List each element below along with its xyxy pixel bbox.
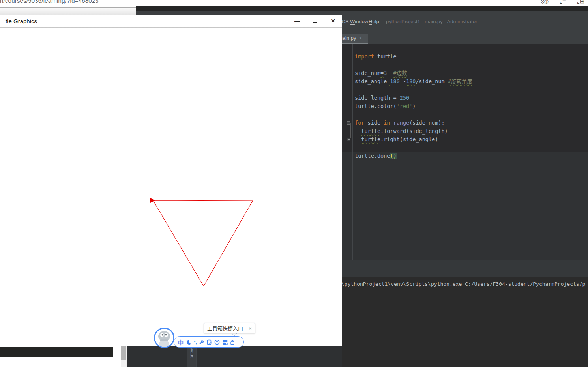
new-tab-icon[interactable]: ⌞⊞ xyxy=(577,0,585,5)
browser-scrollbar-thumb[interactable] xyxy=(121,346,126,360)
code-block[interactable]: import turtleside_num=3 #边数side_angle=18… xyxy=(355,52,472,160)
menu-window[interactable]: Window xyxy=(350,19,368,24)
strip-divider xyxy=(196,346,197,367)
code-token: for xyxy=(355,120,364,126)
code-token: ) xyxy=(412,103,416,109)
code-line xyxy=(355,86,472,94)
lang-toggle-icon[interactable]: 中 xyxy=(178,338,184,346)
code-token: side_num xyxy=(419,78,445,84)
code-token: 'red' xyxy=(397,103,413,109)
code-line: side_length = 250 xyxy=(355,94,472,102)
code-line xyxy=(355,61,472,69)
code-line: turtle.done() xyxy=(355,152,472,160)
code-token: range xyxy=(393,120,410,126)
punctuation-icon[interactable]: °, xyxy=(194,340,197,345)
text-caret xyxy=(397,153,397,159)
code-token: 180 xyxy=(390,78,399,84)
code-token: - xyxy=(400,78,406,84)
maximize-icon xyxy=(313,19,317,23)
code-token: turtle xyxy=(374,53,397,60)
code-line: turtle.forward(side_length) xyxy=(355,127,472,135)
code-token: turtle.done xyxy=(355,153,390,159)
code-token: 250 xyxy=(400,95,409,101)
menu-help-rest: elp xyxy=(372,19,379,24)
toolbox-tooltip: 工具箱快捷入口 × xyxy=(204,323,255,333)
turtle-window-title: tle Graphics xyxy=(6,18,37,24)
code-token: side xyxy=(364,120,384,126)
menu-window-initial: W xyxy=(350,19,355,25)
code-token: side_length xyxy=(355,95,393,101)
code-token: turtle xyxy=(361,136,380,142)
code-line xyxy=(355,110,472,119)
code-token xyxy=(445,78,448,84)
favorites-label: orites xyxy=(189,348,194,358)
code-token: () xyxy=(390,153,396,159)
pycharm-bottom-edge xyxy=(127,346,136,367)
code-line: side_angle=180 -180/side_num #旋转角度 xyxy=(355,77,472,86)
night-mode-icon[interactable] xyxy=(186,339,191,345)
code-token xyxy=(355,128,361,134)
tooltip-text: 工具箱快捷入口 xyxy=(207,324,249,332)
code-token: #旋转角度 xyxy=(448,78,472,84)
menu-help-initial: H xyxy=(369,19,372,25)
reading-list-icon[interactable]: ⌞= xyxy=(560,0,566,5)
turtle-titlebar[interactable]: tle Graphics — ✕ xyxy=(0,15,342,27)
strip-divider xyxy=(208,346,208,367)
bottom-toolwindow-strip: orites xyxy=(136,346,342,367)
code-token: = xyxy=(393,95,400,101)
code-token: in xyxy=(384,120,390,126)
close-button[interactable]: ✕ xyxy=(327,17,339,25)
browser-url-text: n/courses/9036/learning/?id=468023 xyxy=(0,0,99,4)
tab-close-icon[interactable]: × xyxy=(359,36,362,41)
ime-toolbar[interactable]: 中 °, xyxy=(174,336,244,348)
browser-address-bar[interactable] xyxy=(0,7,137,15)
settings-wrench-icon[interactable] xyxy=(199,339,204,345)
fold-marker-icon[interactable] xyxy=(347,138,350,141)
code-line: for side in range(side_num): xyxy=(355,119,472,127)
tooltip-close-icon[interactable]: × xyxy=(249,325,252,331)
code-token: #边数 xyxy=(393,70,407,76)
turtle-graphics-window: tle Graphics — ✕ xyxy=(0,15,342,346)
red-triangle xyxy=(153,200,253,286)
code-token: = xyxy=(380,70,384,76)
code-line: turtle.color('red') xyxy=(355,102,472,110)
code-token: turtle.color( xyxy=(355,103,397,109)
menu-window-rest: indow xyxy=(355,19,368,24)
code-token: side_angle xyxy=(355,78,387,84)
menu-help[interactable]: Help xyxy=(369,19,379,24)
favorites-toolwindow-button[interactable]: orites xyxy=(187,346,196,367)
triangle-drawing xyxy=(0,28,342,346)
code-token: / xyxy=(416,78,419,84)
toolbox-grid-icon[interactable] xyxy=(222,339,228,345)
minimize-button[interactable]: — xyxy=(291,17,303,25)
code-token: (side_num): xyxy=(409,120,444,126)
emoji-icon[interactable] xyxy=(214,339,220,345)
code-token xyxy=(355,136,361,142)
code-token: side_num xyxy=(355,70,380,76)
browser-page-black-bar xyxy=(0,347,113,357)
code-token xyxy=(387,70,393,76)
pycharm-top-strip xyxy=(136,6,588,11)
code-token: 180 xyxy=(406,78,416,84)
code-line: import turtle xyxy=(355,52,472,61)
code-token: .right(side_angle) xyxy=(380,136,438,142)
strip-divider xyxy=(220,346,220,367)
code-line xyxy=(355,144,472,152)
maximize-button[interactable] xyxy=(309,17,321,25)
pycharm-window-title: pythonProject1 - main.py - Administrator xyxy=(386,19,477,24)
gutter-separator xyxy=(352,44,353,260)
add-bookmark-icon[interactable]: ⦻⊕ xyxy=(541,0,549,5)
code-token: .forward(side_length) xyxy=(380,128,448,134)
lock-icon[interactable] xyxy=(230,339,235,345)
code-line: turtle.right(side_angle) xyxy=(355,135,472,144)
code-token: import xyxy=(355,53,374,60)
code-token: turtle xyxy=(361,128,380,134)
fold-range-line xyxy=(350,123,351,138)
fold-marker-icon[interactable] xyxy=(347,121,350,125)
code-token xyxy=(390,120,393,126)
ime-avatar[interactable] xyxy=(154,327,175,348)
turtle-canvas[interactable] xyxy=(0,28,342,346)
code-line: side_num=3 #边数 xyxy=(355,69,472,77)
clipboard-icon[interactable] xyxy=(207,339,212,345)
console-command-line: \pythonProject1\venv\Scripts\python.exe … xyxy=(341,281,585,287)
